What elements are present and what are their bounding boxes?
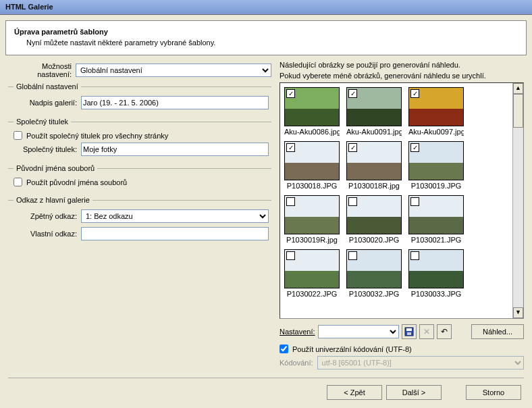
page-title: Úprava parametrů šablony bbox=[14, 28, 518, 36]
scroll-track[interactable] bbox=[513, 128, 523, 307]
thumbnail-image[interactable]: ✓ bbox=[284, 141, 340, 180]
thumbnail-item[interactable]: P1030020.JPG bbox=[346, 195, 402, 244]
button-bar: < Zpět Další > Storno bbox=[8, 378, 524, 400]
thumbnail-item[interactable]: ✓P1030019.JPG bbox=[408, 141, 464, 190]
scrollbar[interactable]: ▲ ▼ bbox=[512, 83, 523, 318]
thumbnail-image[interactable]: ✓ bbox=[284, 87, 340, 126]
delete-button[interactable]: ✕ bbox=[419, 324, 434, 339]
thumbnail-image[interactable] bbox=[408, 195, 464, 234]
gallery-title-label: Nadpis galerií: bbox=[14, 99, 81, 107]
use-orig-label: Použít původní jména souborů bbox=[26, 178, 127, 186]
thumbnail-caption: P1030032.JPG bbox=[346, 290, 402, 298]
custom-link-label: Vlastní odkaz: bbox=[14, 230, 81, 238]
common-title-input[interactable] bbox=[81, 143, 269, 156]
thumbnail-caption: P1030021.JPG bbox=[408, 236, 464, 244]
thumbnail-image[interactable]: ✓ bbox=[346, 87, 402, 126]
settings-select[interactable] bbox=[318, 325, 399, 338]
options-select[interactable]: Globální nastavení bbox=[76, 63, 271, 77]
thumbnail-caption: P1030033.JPG bbox=[408, 290, 464, 298]
thumbnail-item[interactable]: ✓P1030018R.jpg bbox=[346, 141, 402, 190]
thumbnail-caption: P1030018.JPG bbox=[284, 182, 340, 190]
right-pane: Následující obrázky se použijí pro gener… bbox=[275, 61, 524, 371]
undo-icon: ↶ bbox=[441, 327, 448, 336]
use-orig-checkbox[interactable] bbox=[14, 178, 22, 186]
back-link-select[interactable]: 1: Bez odkazu bbox=[81, 209, 269, 223]
fs-main-link: Odkaz z hlavní galerie Zpětný odkaz: 1: … bbox=[8, 196, 271, 245]
encoding-select: utf-8 [65001 (UTF-8)] bbox=[317, 356, 524, 369]
svg-rect-2 bbox=[407, 332, 411, 335]
thumbnail-image[interactable] bbox=[284, 249, 340, 288]
use-common-checkbox[interactable] bbox=[14, 131, 22, 140]
thumbnail-item[interactable]: P1030033.JPG bbox=[408, 249, 464, 298]
fs-global: Globální nastavení Nadpis galerií: bbox=[8, 82, 271, 113]
cancel-button[interactable]: Storno bbox=[466, 385, 521, 400]
thumbnail-checkbox[interactable]: ✓ bbox=[348, 89, 357, 98]
scroll-down-icon[interactable]: ▼ bbox=[513, 307, 523, 318]
thumbnail-image[interactable] bbox=[284, 195, 340, 234]
thumbnail-item[interactable]: ✓Aku-Aku0091.jpg bbox=[346, 87, 402, 136]
settings-label: Nastavení: bbox=[280, 328, 315, 336]
thumbnail-caption: P1030022.JPG bbox=[284, 290, 340, 298]
thumbnail-image[interactable]: ✓ bbox=[408, 141, 464, 180]
common-title-label: Společný titulek: bbox=[14, 145, 81, 153]
thumbnail-checkbox[interactable] bbox=[348, 251, 357, 260]
thumbnail-checkbox[interactable]: ✓ bbox=[286, 143, 295, 152]
thumbnail-item[interactable]: P1030032.JPG bbox=[346, 249, 402, 298]
custom-link-input[interactable] bbox=[81, 227, 269, 240]
thumbnail-item[interactable]: P1030019R.jpg bbox=[284, 195, 340, 244]
thumbnail-caption: P1030019.JPG bbox=[408, 182, 464, 190]
options-label: Možnosti nastavení: bbox=[8, 62, 76, 78]
thumbnail-checkbox[interactable]: ✓ bbox=[410, 143, 419, 152]
thumbnail-image[interactable] bbox=[346, 195, 402, 234]
fs-orig-legend: Původní jména souborů bbox=[14, 164, 97, 172]
fs-link-legend: Odkaz z hlavní galerie bbox=[14, 196, 92, 204]
thumbnail-image[interactable] bbox=[408, 249, 464, 288]
title-bar: HTML Galerie bbox=[0, 0, 532, 15]
thumbnail-image[interactable]: ✓ bbox=[408, 87, 464, 126]
undo-button[interactable]: ↶ bbox=[437, 324, 452, 339]
thumbnail-checkbox[interactable] bbox=[286, 197, 295, 206]
thumbnail-caption: P1030019R.jpg bbox=[284, 236, 340, 244]
gallery-title-input[interactable] bbox=[81, 96, 269, 109]
next-button[interactable]: Další > bbox=[386, 385, 442, 400]
thumbnail-caption: Aku-Aku0091.jpg bbox=[346, 128, 402, 136]
note-line2: Pokud vyberete méně obrázků, generování … bbox=[280, 72, 524, 80]
thumbnail-checkbox[interactable] bbox=[410, 251, 419, 260]
scroll-thumb[interactable] bbox=[513, 94, 523, 128]
left-pane: Možnosti nastavení: Globální nastavení G… bbox=[8, 61, 275, 371]
svg-rect-1 bbox=[406, 328, 412, 331]
thumbnail-item[interactable]: P1030022.JPG bbox=[284, 249, 340, 298]
thumbnail-caption: P1030018R.jpg bbox=[346, 182, 402, 190]
save-button[interactable] bbox=[402, 324, 417, 339]
thumbnail-image[interactable] bbox=[346, 249, 402, 288]
thumbnail-item[interactable]: P1030021.JPG bbox=[408, 195, 464, 244]
thumbnail-checkbox[interactable]: ✓ bbox=[348, 143, 357, 152]
thumbnail-item[interactable]: ✓P1030018.JPG bbox=[284, 141, 340, 190]
thumbnail-item[interactable]: ✓Aku-Aku0086.jpg bbox=[284, 87, 340, 136]
thumbnail-checkbox[interactable]: ✓ bbox=[286, 89, 295, 98]
thumbnail-caption: P1030020.JPG bbox=[346, 236, 402, 244]
scroll-up-icon[interactable]: ▲ bbox=[513, 83, 523, 94]
thumbnail-image[interactable]: ✓ bbox=[346, 141, 402, 180]
fs-global-legend: Globální nastavení bbox=[14, 82, 81, 91]
preview-button[interactable]: Náhled... bbox=[471, 324, 524, 339]
note-line1: Následující obrázky se použijí pro gener… bbox=[280, 61, 524, 69]
thumbnail-caption: Aku-Aku0086.jpg bbox=[284, 128, 340, 136]
thumbnail-caption: Aku-Aku0097.jpg bbox=[408, 128, 464, 136]
header-panel: Úprava parametrů šablony Nyní můžete nas… bbox=[5, 20, 527, 55]
thumbnail-checkbox[interactable] bbox=[410, 197, 419, 206]
thumbnail-item[interactable]: ✓Aku-Aku0097.jpg bbox=[408, 87, 464, 136]
fs-common-legend: Společný titulek bbox=[14, 118, 71, 126]
thumbnail-checkbox[interactable] bbox=[286, 251, 295, 260]
thumbnails-container: ✓Aku-Aku0086.jpg✓Aku-Aku0091.jpg✓Aku-Aku… bbox=[280, 82, 524, 319]
fs-orig-names: Původní jména souborů Použít původní jmé… bbox=[8, 164, 271, 192]
utf8-checkbox[interactable] bbox=[280, 345, 288, 353]
page-description: Nyní můžete nastavit některé parametry v… bbox=[26, 39, 518, 47]
utf8-label: Použít univerzální kódování (UTF-8) bbox=[292, 345, 412, 353]
encoding-label: Kódování: bbox=[280, 359, 317, 367]
thumbnail-checkbox[interactable]: ✓ bbox=[410, 89, 419, 98]
thumbnail-checkbox[interactable] bbox=[348, 197, 357, 206]
back-button[interactable]: < Zpět bbox=[327, 385, 382, 400]
back-link-label: Zpětný odkaz: bbox=[14, 212, 81, 220]
save-icon bbox=[404, 327, 414, 336]
